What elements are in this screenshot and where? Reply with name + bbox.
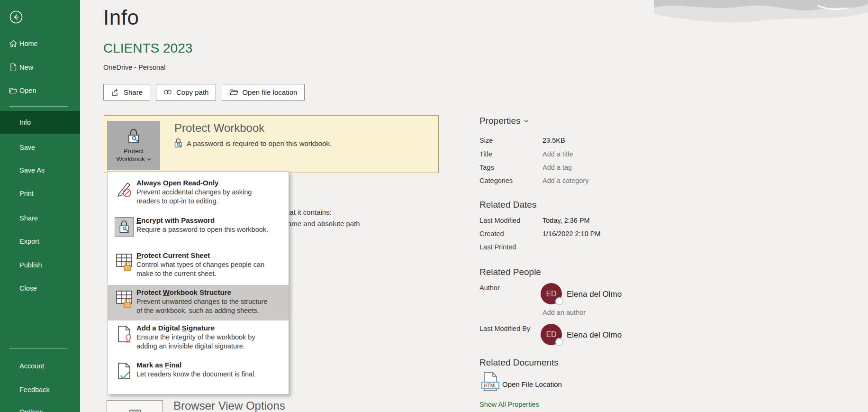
presence-badge [555,338,563,346]
sidebar-item-feedback[interactable]: Feedback [0,384,80,395]
author-avatar[interactable]: ED [541,283,562,304]
menu-item-mark-as-final[interactable]: Mark as Final Let readers know the docum… [108,357,289,390]
document-toolbar: Share Copy path Open file location [103,84,305,101]
menu-item-description: Require a password to open this workbook… [136,225,284,234]
sidebar-item-label: Options [19,408,43,412]
sidebar-item-label: Open [19,87,36,94]
document-title: CLIENTS 2023 [103,41,192,56]
show-all-properties-link[interactable]: Show All Properties [479,401,539,408]
prop-label-tags: Tags [479,164,494,171]
html-file-icon[interactable]: HTML [480,372,500,394]
menu-item-always-open-read-only[interactable]: Always Open Read-Only Prevent accidental… [108,175,289,213]
menu-item-description: Control what types of changes people can [136,260,284,269]
menu-item-description: Prevent accidental changes by asking [136,188,284,197]
protect-workbook-banner: Protect Workbook Protect Workbook A pass… [104,115,439,173]
protect-button-line1: Protect [116,147,151,155]
prop-value-title[interactable]: Add a title [542,150,573,158]
sidebar-item-save-as[interactable]: Save As [0,165,80,176]
pencil-block-icon [115,180,133,199]
prop-value-size: 23.5KB [542,137,565,144]
sidebar-item-options[interactable]: Options [0,406,80,412]
protect-button-line2: Workbook [116,156,145,163]
menu-item-protect-current-sheet[interactable]: Protect Current Sheet Control what types… [108,248,289,285]
menu-item-encrypt-with-password[interactable]: Encrypt with Password Require a password… [108,213,289,248]
menu-title-accesskey: F [165,361,169,369]
back-button[interactable] [9,10,23,24]
menu-title-segment: orkbook Structure [170,288,231,296]
new-document-icon [9,63,18,72]
menu-title-segment: Mark as [136,361,165,369]
sidebar-item-label: New [19,64,33,71]
sidebar-item-home[interactable]: Home [0,38,80,49]
last-modified-by-avatar[interactable]: ED [541,324,562,345]
open-file-location-link[interactable]: Open File Location [502,380,562,388]
author-label: Author [479,284,500,292]
sidebar-item-label: Account [19,362,44,370]
sidebar-divider [9,348,68,349]
sidebar-item-label: Close [19,284,37,292]
last-modified-by-name[interactable]: Elena del Olmo [567,330,622,340]
menu-title-accesskey: P [136,251,141,259]
date-label-last-printed: Last Printed [479,243,516,251]
sidebar-item-publish[interactable]: Publish [0,259,80,271]
backstage-sidebar: Home New Open Info Save Save As Print Sh… [0,0,80,412]
menu-item-description: Let readers know the document is final. [136,370,284,379]
properties-header[interactable]: Properties [479,116,529,126]
folder-icon [229,88,238,97]
back-arrow-icon [9,10,23,24]
share-label: Share [124,88,143,96]
date-label-created: Created [479,230,504,238]
open-folder-icon [9,86,18,95]
excel-backstage-info: Home New Open Info Save Save As Print Sh… [0,0,868,412]
prop-value-categories[interactable]: Add a category [542,177,589,184]
copy-path-label: Copy path [176,88,208,96]
sidebar-item-label: Publish [19,261,42,269]
inspect-fragment-2: ame and absolute path [288,220,360,228]
lock-key-icon [118,220,130,234]
avatar-initials: ED [546,290,556,298]
sidebar-item-share[interactable]: Share [0,212,80,224]
sidebar-item-close[interactable]: Close [0,283,80,294]
menu-item-protect-workbook-structure[interactable]: Protect Workbook Structure Prevent unwan… [108,285,289,320]
sidebar-item-new[interactable]: New [0,62,80,73]
banner-subtitle: A password is required to open this work… [187,139,332,147]
menu-title-segment: Add a Digital [136,324,182,332]
menu-title-segment: ignature [187,324,215,332]
menu-title-segment: rotect Current Sheet [141,251,210,259]
menu-title-accesskey: O [163,179,169,187]
protect-workbook-dropdown-button[interactable]: Protect Workbook [107,121,160,170]
prop-value-tags[interactable]: Add a tag [542,164,572,171]
sidebar-item-account[interactable]: Account [0,360,80,372]
copy-path-button[interactable]: Copy path [156,84,216,101]
menu-item-description: Prevent unwanted changes to the structur… [136,297,284,306]
lock-key-small-icon [173,138,183,148]
menu-title-segment: inal [169,361,181,369]
sidebar-item-label: Feedback [19,386,50,394]
sidebar-item-print[interactable]: Print [0,188,80,199]
menu-title-segment: ncrypt with Password [141,216,215,224]
related-dates-header-label: Related Dates [479,200,536,210]
sidebar-item-label: Share [19,214,38,222]
prop-label-size: Size [479,137,493,144]
prop-label-title: Title [479,150,492,158]
sidebar-item-save[interactable]: Save [0,142,80,153]
svg-text:HTML: HTML [484,383,497,388]
browser-view-options-title: Browser View Options [173,399,285,412]
menu-item-add-digital-signature[interactable]: Add a Digital Signature Ensure the integ… [108,320,289,357]
menu-title-segment: pen Read-Only [169,179,219,187]
share-button[interactable]: Share [103,84,150,101]
menu-item-description: of the workbook, such as adding sheets. [136,306,284,315]
inspect-fragment-1: hat it contains: [286,208,332,216]
sidebar-item-export[interactable]: Export [0,236,80,247]
date-label-last-modified: Last Modified [479,217,520,224]
open-file-location-button[interactable]: Open file location [222,84,305,101]
related-people-header-label: Related People [479,267,541,277]
author-name[interactable]: Elena del Olmo [567,290,622,299]
browser-view-options-button[interactable] [107,400,163,412]
sidebar-item-info-selected[interactable]: Info [0,111,80,134]
menu-title-accesskey: E [136,216,141,224]
sidebar-item-open[interactable]: Open [0,85,80,96]
link-icon [163,88,172,97]
menu-title-segment: Protect [136,288,163,296]
add-author-field[interactable]: Add an author [542,309,586,316]
